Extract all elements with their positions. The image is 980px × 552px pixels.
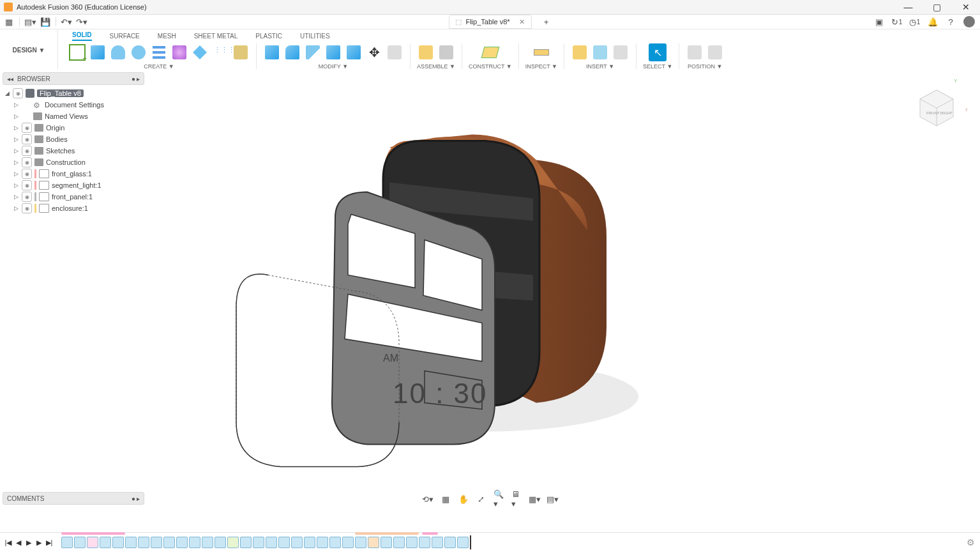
file-menu-button[interactable]: ▤▾ (25, 17, 35, 27)
create-sphere-button[interactable] (130, 43, 147, 61)
shell-button[interactable] (304, 43, 322, 61)
timeline-track[interactable] (61, 535, 471, 549)
svg-text:RIGHT: RIGHT (940, 111, 953, 115)
workspace-switcher[interactable]: DESIGN ▼ (0, 29, 58, 71)
zoom-button[interactable]: ⤢ (476, 493, 487, 505)
viewport-layout-button[interactable]: ▤▾ (547, 493, 559, 505)
look-at-button[interactable]: ▦ (440, 493, 451, 505)
pan-button[interactable]: ✋ (458, 493, 469, 505)
tree-item[interactable]: ▷◉segment_light:1 (3, 180, 144, 191)
tab-sheet-metal[interactable]: SHEET METAL (194, 33, 238, 41)
new-component-button[interactable] (417, 43, 435, 61)
create-derive-button[interactable] (191, 43, 209, 61)
move-button[interactable]: ✥ (365, 43, 383, 61)
comments-title: COMMENTS (7, 495, 44, 502)
user-avatar-button[interactable] (963, 16, 975, 27)
position-revert-button[interactable] (706, 43, 724, 61)
tree-item[interactable]: ▷◉enclosure:1 (3, 203, 144, 214)
data-panel-button[interactable]: ▦ (4, 17, 14, 27)
tab-surface[interactable]: SURFACE (110, 33, 140, 41)
group-position: POSITION ▼ (681, 42, 729, 70)
window-close-button[interactable]: ✕ (951, 0, 980, 14)
timeline-play-button[interactable]: ▶ (24, 538, 33, 547)
document-tab-label: Flip_Table v8* (465, 18, 509, 26)
updates-button[interactable]: ↻1 (892, 17, 902, 27)
tree-item[interactable]: ▷◉front_panel:1 (3, 191, 144, 203)
timeline-next-button[interactable]: ▶ (34, 538, 43, 547)
redo-button[interactable]: ↷▾ (77, 17, 87, 27)
job-status-button[interactable]: ◷1 (910, 17, 920, 27)
comments-header[interactable]: COMMENTS ●▸ (3, 492, 144, 505)
svg-text:AM: AM (383, 353, 398, 364)
tree-item[interactable]: ▷⚙Document Settings (3, 99, 144, 111)
model-render: AM 10 : 30 (0, 70, 980, 532)
timeline-prev-button[interactable]: ◀ (14, 538, 23, 547)
insert-canvas-button[interactable] (612, 43, 629, 61)
help-button[interactable]: ? (946, 17, 956, 27)
align-button[interactable] (386, 43, 403, 61)
document-tab-close-button[interactable]: ✕ (519, 18, 525, 26)
create-form-button[interactable] (170, 43, 188, 61)
create-pattern-button[interactable] (150, 43, 168, 61)
app-title: Autodesk Fusion 360 (Education License) (17, 3, 147, 11)
group-insert: INSERT ▼ (566, 42, 635, 70)
tab-mesh[interactable]: MESH (158, 33, 176, 41)
group-construct: CONSTRUCT ▼ (464, 42, 517, 70)
insert-derive-button[interactable] (571, 43, 589, 61)
tree-item[interactable]: ▷Named Views (3, 111, 144, 122)
tab-plastic[interactable]: PLASTIC (255, 33, 282, 41)
display-settings-button[interactable]: 🖥▾ (511, 493, 523, 505)
viewport[interactable]: ◂◂ BROWSER ●▸ ◢ ◉ Flip_Table v8 ⊙ ▷⚙Docu… (0, 70, 980, 532)
combine-button[interactable] (324, 43, 342, 61)
undo-button[interactable]: ↶▾ (61, 17, 72, 27)
window-minimize-button[interactable]: — (894, 0, 923, 14)
fit-button[interactable]: 🔍▾ (494, 493, 505, 505)
browser-panel: ◂◂ BROWSER ●▸ ◢ ◉ Flip_Table v8 ⊙ ▷⚙Docu… (3, 72, 144, 214)
position-capture-button[interactable] (686, 43, 704, 61)
tree-item[interactable]: ▷◉Construction (3, 157, 144, 168)
press-pull-button[interactable] (263, 43, 281, 61)
browser-title: BROWSER (17, 75, 50, 82)
group-modify: ✥ MODIFY ▼ (258, 42, 409, 70)
browser-settings-icon[interactable]: ● (132, 75, 135, 82)
split-button[interactable] (345, 43, 363, 61)
ribbon: DESIGN ▼ SOLID SURFACE MESH SHEET METAL … (0, 29, 980, 72)
insert-decal-button[interactable] (591, 43, 609, 61)
browser-header[interactable]: ◂◂ BROWSER ●▸ (3, 72, 144, 85)
tree-item[interactable]: ▷◉Origin (3, 122, 144, 134)
quick-access-toolbar: ▦ ▤▾ 💾 ↶▾ ↷▾ ⬚ Flip_Table v8* ✕ + ▣ ↻1 ◷… (0, 15, 980, 29)
tab-utilities[interactable]: UTILITIES (300, 33, 330, 41)
browser-collapse-icon[interactable]: ◂◂ (7, 75, 13, 82)
new-document-button[interactable]: + (541, 17, 552, 27)
orbit-button[interactable]: ⟲▾ (422, 493, 433, 505)
create-cylinder-button[interactable] (109, 43, 127, 61)
notifications-button[interactable]: 🔔 (928, 17, 938, 27)
document-icon: ⬚ (455, 18, 462, 26)
group-assemble: ASSEMBLE ▼ (412, 42, 460, 70)
joint-button[interactable] (437, 43, 455, 61)
tab-solid[interactable]: SOLID (72, 31, 92, 41)
create-box-button[interactable] (89, 43, 107, 61)
select-button[interactable]: ↖ (649, 43, 667, 61)
create-sketch-button[interactable]: + (68, 43, 86, 61)
viewcube[interactable]: Y X Z FRONT RIGHT (907, 76, 967, 138)
timeline-start-button[interactable]: |◀ (4, 538, 13, 547)
create-mesh-button[interactable]: ⋮⋮⋮ (211, 43, 229, 61)
grid-settings-button[interactable]: ▦▾ (529, 493, 541, 505)
document-tab[interactable]: ⬚ Flip_Table v8* ✕ (448, 15, 531, 29)
timeline-end-button[interactable]: ▶| (45, 538, 54, 547)
group-inspect: INSPECT ▼ (520, 42, 562, 70)
tree-item[interactable]: ▷◉Sketches (3, 145, 144, 157)
create-pcb-button[interactable] (232, 43, 250, 61)
timeline-settings-button[interactable]: ⚙ (967, 537, 975, 548)
tree-item[interactable]: ▷◉Bodies (3, 134, 144, 145)
measure-button[interactable] (532, 43, 550, 61)
fillet-button[interactable] (283, 43, 301, 61)
tree-item[interactable]: ▷◉front_glass:1 (3, 168, 144, 180)
tree-root[interactable]: ◢ ◉ Flip_Table v8 ⊙ (3, 88, 144, 99)
construct-plane-button[interactable] (481, 43, 499, 61)
window-maximize-button[interactable]: ▢ (923, 0, 951, 14)
save-button[interactable]: 💾 (40, 17, 50, 27)
extensions-button[interactable]: ▣ (874, 17, 884, 27)
comments-settings-icon[interactable]: ● (132, 495, 135, 502)
